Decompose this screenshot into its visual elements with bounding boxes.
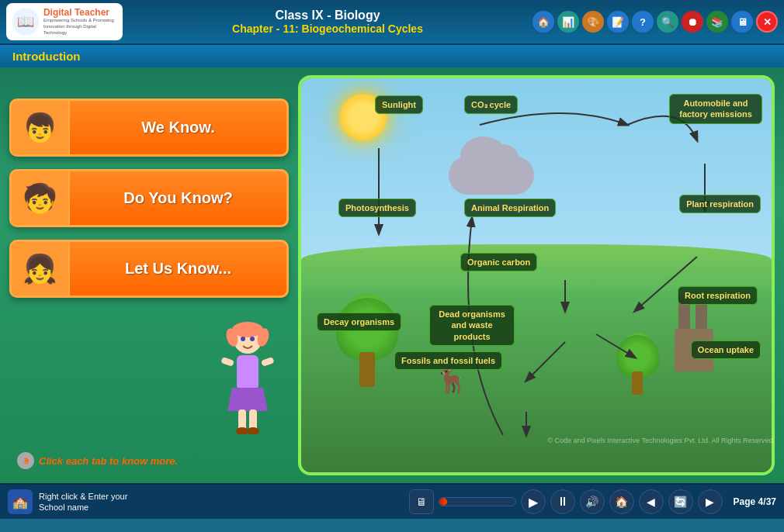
progress-fill [439, 498, 448, 506]
factory-chimney-2 [696, 302, 707, 333]
tree-left [336, 286, 398, 387]
footer-pause-button[interactable]: ⏸ [550, 489, 575, 514]
footer-home-button[interactable]: 🏠 [609, 489, 634, 514]
let-us-know-button[interactable]: 👧 Let Us Know... [9, 240, 289, 298]
section-title: Introduction [12, 50, 80, 63]
header-subtitle: Chapter - 11: Biogeochemical Cycles [123, 22, 532, 35]
svg-point-4 [241, 337, 245, 341]
label-decay-organisms: Decay organisms [317, 313, 401, 331]
cloud [441, 140, 542, 195]
label-plant-respiration: Plant respiration [679, 195, 761, 213]
we-know-button[interactable]: 👦 We Know. [9, 98, 289, 157]
do-you-know-avatar: 🧒 [12, 169, 70, 227]
toolbar-icon-5[interactable]: 📚 [706, 11, 728, 33]
label-photosynthesis: Photosynthesis [338, 199, 416, 217]
toolbar-icon-1[interactable]: 🏠 [532, 11, 554, 33]
toolbar-icon-3[interactable]: 🎨 [582, 11, 604, 33]
let-us-know-label: Let Us Know... [70, 260, 286, 278]
svg-point-12 [236, 427, 248, 434]
diagram-panel: 🦌 [298, 75, 775, 475]
cloud-shape [449, 156, 534, 195]
label-animal-respiration: Animal Respiration [464, 199, 556, 217]
logo-tagline: Empowering Schools & PromotingInnovation… [43, 18, 116, 36]
toolbar-icon-6[interactable]: 🖥 [731, 11, 753, 33]
label-root-respiration: Root respiration [678, 286, 758, 305]
header-toolbar: 🏠 📊 🎨 📝 ? 🔍 ⏺ 📚 🖥 ✕ [532, 11, 778, 33]
label-co2-cycle: CO₂ cycle [464, 95, 518, 114]
footer-school-section: 🏫 Right click & Enter your School name [8, 489, 132, 514]
left-panel: 👦 We Know. 🧒 Do You Know? 👧 Let Us Know.… [9, 75, 289, 475]
do-you-know-label: Do You Know? [70, 189, 286, 207]
label-fossils: Fossils and fossil fuels [394, 351, 502, 370]
logo-title: Digital Teacher [43, 7, 116, 18]
we-know-avatar: 👦 [12, 98, 70, 157]
hint-icon: 🖱 [17, 452, 34, 469]
logo: 📖 Digital Teacher Empowering Schools & P… [6, 3, 123, 40]
page-indicator: Page 4/37 [734, 496, 776, 507]
label-dead-organisms: Dead organisms and waste products [429, 305, 515, 346]
tree-right [616, 325, 659, 395]
footer-school-label: Right click & Enter your School name [39, 491, 132, 513]
toolbar-icon-rec[interactable]: ⏺ [682, 11, 703, 33]
toolbar-icon-4[interactable]: 📝 [607, 11, 629, 33]
tree-small-trunk [632, 371, 643, 395]
click-hint: 🖱 Click each tab to know more. [17, 452, 178, 469]
svg-point-5 [250, 337, 255, 341]
toolbar-icon-help[interactable]: ? [632, 11, 654, 33]
svg-rect-6 [237, 355, 258, 390]
label-auto-emissions: Automobile and factory emissions [669, 94, 762, 124]
copyright: © Code and Pixels Interactive Technologi… [547, 437, 775, 444]
label-ocean-uptake: Ocean uptake [691, 340, 761, 359]
label-organic-carbon: Organic carbon [460, 253, 537, 271]
svg-marker-7 [227, 388, 268, 411]
section-bar: Introduction [0, 45, 784, 67]
header-title: Class IX - Biology [123, 9, 532, 22]
tree-trunk [359, 352, 375, 387]
logo-icon: 📖 [12, 8, 39, 36]
footer-prev-button[interactable]: ◀ [639, 489, 664, 514]
let-us-know-avatar: 👧 [12, 240, 70, 298]
footer-next-button[interactable]: ▶ [698, 489, 723, 514]
footer-controls: 🖥 ▶ ⏸ 🔊 🏠 ◀ 🔄 ▶ Page 4/37 [409, 489, 776, 514]
progress-bar [439, 497, 516, 506]
girl-character [215, 318, 281, 444]
footer-bar: 🏫 Right click & Enter your School name 🖥… [0, 483, 784, 519]
svg-rect-8 [220, 357, 234, 367]
factory [663, 294, 725, 371]
footer-refresh-button[interactable]: 🔄 [668, 489, 693, 514]
main-content: 👦 We Know. 🧒 Do You Know? 👧 Let Us Know.… [0, 67, 784, 483]
toolbar-icon-search[interactable]: 🔍 [657, 11, 678, 33]
svg-rect-9 [261, 357, 275, 367]
app-header: 📖 Digital Teacher Empowering Schools & P… [0, 0, 784, 45]
toolbar-icon-2[interactable]: 📊 [557, 11, 579, 33]
hint-text: Click each tab to know more. [39, 455, 178, 467]
label-sunlight: Sunlight [375, 95, 423, 114]
footer-icon-screen[interactable]: 🖥 [409, 489, 434, 514]
footer-play-button[interactable]: ▶ [521, 489, 546, 514]
character-svg [215, 318, 281, 434]
do-you-know-button[interactable]: 🧒 Do You Know? [9, 169, 289, 227]
svg-point-13 [247, 427, 259, 434]
we-know-label: We Know. [70, 119, 286, 136]
school-icon[interactable]: 🏫 [8, 489, 33, 514]
footer-volume-button[interactable]: 🔊 [580, 489, 605, 514]
header-center: Class IX - Biology Chapter - 11: Biogeoc… [123, 9, 532, 35]
close-button[interactable]: ✕ [756, 11, 778, 33]
